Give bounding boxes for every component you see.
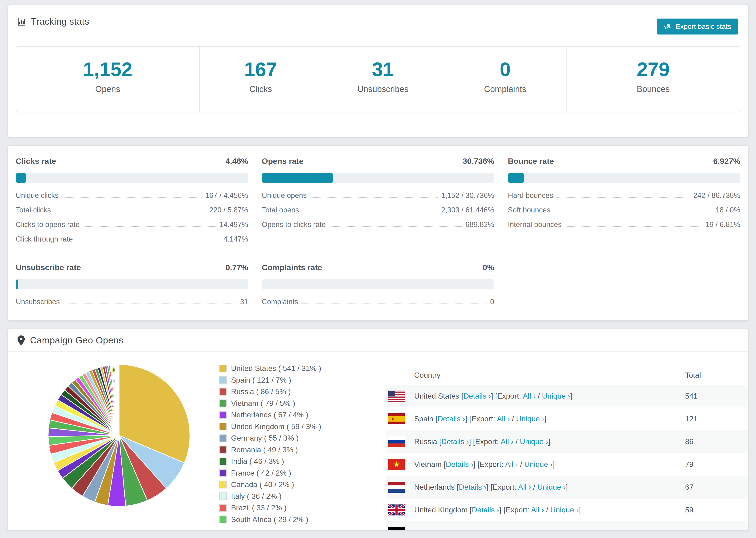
legend-color-swatch [219,365,227,372]
rate-detail-value: 220 / 5.87% [209,206,248,214]
rate-detail-row: Clicks to opens rate 14.497% [16,217,248,232]
legend-color-swatch [219,435,227,442]
rate-detail-row: Opens to clicks rate 689.82% [262,217,494,232]
export-basic-stats-button[interactable]: Export basic stats [657,19,738,34]
dotted-leader [329,226,462,227]
country-cell: Russia [Details ›] [Export: All › / Uniq… [414,437,685,446]
rate-panel-clicks-rate: Clicks rate 4.46% Unique clicks 167 / 4.… [16,157,248,246]
details-link[interactable]: Details › [441,437,469,446]
export-all-link[interactable]: All › [497,414,510,423]
export-unique-link[interactable]: Unique › [550,506,579,514]
legend-item: Germany ( 55 / 3% ) [219,434,321,443]
geo-table-row-gb: United Kingdom [Details ›] [Export: All … [387,499,748,521]
country-total: 59 [685,506,748,514]
legend-item: Italy ( 36 / 2% ) [219,492,321,501]
country-total: 541 [685,392,748,401]
export-all-link[interactable]: All › [505,460,518,468]
stat-label: Clicks [249,84,272,94]
export-unique-link[interactable]: Unique › [516,414,544,423]
legend-label: Netherlands ( 67 / 4% ) [231,410,308,419]
rate-detail-row: Complaints 0 [262,295,494,309]
export-unique-link[interactable]: Unique › [537,483,566,491]
rate-detail-label: Soft bounces [508,206,550,214]
geo-table-row-nl: Netherlands [Details ›] [Export: All › /… [387,476,748,499]
rates-grid: Clicks rate 4.46% Unique clicks 167 / 4.… [16,157,740,309]
rate-title: Clicks rate [16,157,56,166]
legend-color-swatch [219,400,227,407]
page-title: Tracking stats [31,17,89,27]
rate-progress-fill [16,279,18,290]
dotted-leader [310,197,438,198]
geo-table-row-de [387,521,748,530]
legend-label: Russia ( 86 / 5% ) [231,387,291,396]
rate-progress-track [16,279,248,290]
country-name: Spain [414,414,433,423]
column-header-total: Total [685,371,748,380]
geo-table-row-us: United States [Details ›] [Export: All ›… [387,385,748,407]
export-all-link[interactable]: All › [531,506,544,514]
rate-value: 4.46% [226,157,248,166]
stat-cell-opens: 1,152 Opens [16,47,199,112]
country-total: 86 [685,437,748,446]
country-name: Netherlands [414,483,455,491]
details-link[interactable]: Details › [463,392,491,400]
rate-panel-opens-rate: Opens rate 30.736% Unique opens 1,152 / … [262,157,494,246]
rate-detail-label: Click through rate [16,235,73,243]
legend-label: United Kingdom ( 59 / 3% ) [231,422,321,431]
rate-value: 30.736% [463,157,494,166]
country-cell: United Kingdom [Details ›] [Export: All … [414,506,685,514]
details-link[interactable]: Details › [472,506,499,514]
details-link[interactable]: Details › [459,483,486,491]
export-unique-link[interactable]: Unique › [542,392,570,400]
export-unique-link[interactable]: Unique › [524,460,553,468]
country-name: United States [414,392,459,400]
stat-value: 279 [637,59,670,79]
geo-table: Country Total United States [Details ›] … [387,365,748,530]
details-link[interactable]: Details › [438,414,465,423]
rate-detail-row: Soft bounces 18 / 0% [508,203,740,217]
legend-label: Germany ( 55 / 3% ) [231,434,298,443]
legend-color-swatch [219,469,227,477]
country-flag-nl [388,482,405,493]
geo-table-row-vn: Vietnam [Details ›] [Export: All › / Uni… [387,453,748,476]
legend-item: Spain ( 121 / 7% ) [219,376,321,385]
rate-detail-label: Unique opens [262,191,307,200]
export-all-link[interactable]: All › [518,483,531,491]
geo-header: Campaign Geo Opens [8,329,748,352]
export-all-link[interactable]: All › [501,437,513,446]
rate-detail-label: Unsubscribes [16,297,60,306]
rate-progress-track [16,173,248,183]
stats-summary-grid: 1,152 Opens167 Clicks31 Unsubscribes0 Co… [16,46,740,112]
geo-pie-chart [44,360,194,511]
column-header-country: Country [414,371,685,380]
tracking-stats-header: Tracking stats [8,5,748,38]
legend-item: Russia ( 86 / 5% ) [219,387,321,396]
stat-cell-complaints: 0 Complaints [444,47,566,112]
stat-label: Unsubscribes [357,84,408,94]
rate-detail-row: Total clicks 220 / 5.87% [16,203,248,217]
rate-detail-label: Clicks to opens rate [16,220,80,229]
rate-title: Unsubscribe rate [16,263,81,272]
rate-detail-label: Unique clicks [16,191,59,200]
country-flag-vn [388,459,405,470]
rate-detail-row: Hard bounces 242 / 86.738% [508,188,740,203]
dotted-leader [301,303,487,304]
country-total: 79 [685,460,748,469]
rate-panel-complaints-rate: Complaints rate 0% Complaints 0 [262,263,494,309]
legend-label: Canada ( 40 / 2% ) [231,480,294,489]
country-flag-gb [388,505,405,515]
legend-label: Romania ( 49 / 3% ) [231,446,298,454]
details-link[interactable]: Details › [446,460,473,468]
legend-item: Vietnam ( 79 / 5% ) [219,399,321,408]
geo-opens-card: Campaign Geo Opens United States ( 541 /… [8,329,748,530]
export-all-link[interactable]: All › [523,392,536,400]
geo-table-row-ru: Russia [Details ›] [Export: All › / Uniq… [387,430,748,453]
legend-color-swatch [219,493,227,500]
geo-legend: United States ( 541 / 31% ) Spain ( 121 … [219,364,321,524]
dotted-leader [54,212,206,212]
geo-table-header: Country Total [387,365,748,385]
rate-detail-row: Internal bounces 19 / 6.81% [508,217,740,232]
stat-label: Opens [95,84,120,94]
country-name: Russia [414,437,437,446]
export-unique-link[interactable]: Unique › [520,437,548,446]
